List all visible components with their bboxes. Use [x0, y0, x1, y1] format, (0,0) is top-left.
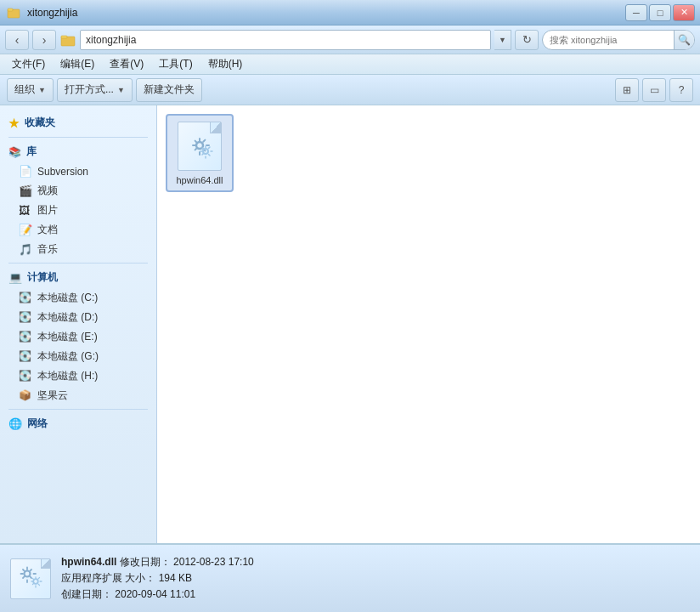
minimize-button[interactable]: ─ [625, 4, 647, 21]
title-bar-left: xitongzhijia [5, 4, 77, 21]
disk-h-icon: 💽 [19, 370, 32, 383]
open-with-button[interactable]: 打开方式... ▼ [57, 78, 133, 102]
search-box: 🔍 [542, 30, 695, 50]
computer-header: 💻 计算机 [0, 267, 156, 288]
status-type: 应用程序扩展 [61, 572, 122, 584]
music-icon: 🎵 [19, 243, 32, 257]
address-dropdown-button[interactable]: ▼ [494, 30, 511, 50]
sidebar: ★ 收藏夹 📚 库 📄 Subversion 🎬 视频 🖼 图片 [0, 105, 157, 543]
file-grid: hpwin64.dll [166, 114, 692, 192]
network-icon: 🌐 [8, 417, 22, 430]
network-header: 🌐 网络 [0, 413, 156, 434]
sidebar-item-music[interactable]: 🎵 音乐 [0, 240, 156, 259]
toolbar: 组织 ▼ 打开方式... ▼ 新建文件夹 ⊞ ▭ ? [0, 75, 700, 105]
menu-bar: 文件(F) 编辑(E) 查看(V) 工具(T) 帮助(H) [0, 54, 700, 75]
file-area[interactable]: hpwin64.dll [157, 105, 700, 543]
library-header: 📚 库 [0, 141, 156, 162]
sidebar-item-disk-h[interactable]: 💽 本地磁盘 (H:) [0, 366, 156, 386]
status-filename: hpwin64.dll [61, 556, 116, 568]
status-file-icon [10, 558, 51, 599]
computer-section: 💻 计算机 💽 本地磁盘 (C:) 💽 本地磁盘 (D:) 💽 本地磁盘 (E:… [0, 267, 156, 405]
title-bar-text: xitongzhijia [27, 7, 77, 19]
address-folder-icon [59, 31, 76, 48]
new-folder-button[interactable]: 新建文件夹 [136, 78, 202, 102]
organize-arrow: ▼ [38, 86, 46, 94]
sidebar-item-disk-e[interactable]: 💽 本地磁盘 (E:) [0, 327, 156, 347]
sidebar-item-image[interactable]: 🖼 图片 [0, 201, 156, 220]
video-icon: 🎬 [19, 184, 32, 198]
sidebar-item-disk-g[interactable]: 💽 本地磁盘 (G:) [0, 347, 156, 366]
network-section: 🌐 网络 [0, 413, 156, 434]
title-folder-icon [5, 4, 22, 21]
main-content: ★ 收藏夹 📚 库 📄 Subversion 🎬 视频 🖼 图片 [0, 105, 700, 544]
address-bar: ‹ › ▼ ↻ 🔍 [0, 26, 700, 54]
status-modified-label-text: 修改日期： [120, 556, 171, 568]
search-button[interactable]: 🔍 [674, 30, 694, 50]
back-button[interactable]: ‹ [5, 30, 29, 50]
sidebar-item-doc[interactable]: 📝 文档 [0, 220, 156, 240]
sidebar-item-subversion[interactable]: 📄 Subversion [0, 162, 156, 181]
disk-c-icon: 💽 [19, 292, 32, 305]
title-bar: xitongzhijia ─ □ ✕ [0, 0, 700, 26]
address-input[interactable] [80, 30, 491, 50]
organize-button[interactable]: 组织 ▼ [7, 78, 54, 102]
file-icon-hpwin64 [174, 121, 225, 172]
dll-file-icon [178, 122, 222, 171]
forward-button[interactable]: › [32, 30, 56, 50]
svg-rect-3 [61, 36, 67, 38]
favorites-section: ★ 收藏夹 [0, 112, 156, 133]
view-options-button[interactable]: ⊞ [615, 78, 639, 102]
status-created-label: 创建日期： [61, 588, 112, 600]
sidebar-item-nuts[interactable]: 📦 坚果云 [0, 386, 156, 405]
svg-point-6 [25, 570, 31, 576]
maximize-button[interactable]: □ [649, 4, 671, 21]
status-bar: hpwin64.dll 修改日期： 2012-08-23 17:10 应用程序扩… [0, 544, 700, 612]
refresh-button[interactable]: ↻ [515, 30, 539, 50]
status-size: 194 KB [159, 572, 192, 584]
svg-rect-1 [8, 8, 13, 11]
open-with-arrow: ▼ [117, 86, 125, 94]
close-button[interactable]: ✕ [673, 4, 695, 21]
status-size-label: 大小： [125, 572, 155, 584]
sidebar-item-disk-c[interactable]: 💽 本地磁盘 (C:) [0, 288, 156, 308]
divider-3 [8, 409, 148, 410]
menu-help[interactable]: 帮助(H) [201, 55, 250, 73]
help-button[interactable]: ? [669, 78, 693, 102]
status-line-3: 创建日期： 2020-09-04 11:01 [61, 587, 254, 602]
title-bar-controls: ─ □ ✕ [625, 4, 695, 21]
status-info: hpwin64.dll 修改日期： 2012-08-23 17:10 应用程序扩… [61, 555, 254, 602]
doc-icon: 📝 [19, 224, 32, 237]
disk-g-icon: 💽 [19, 350, 32, 364]
sidebar-item-disk-d[interactable]: 💽 本地磁盘 (D:) [0, 308, 156, 327]
sidebar-item-video[interactable]: 🎬 视频 [0, 181, 156, 201]
pane-toggle-button[interactable]: ▭ [642, 78, 666, 102]
disk-d-icon: 💽 [19, 311, 32, 325]
menu-file[interactable]: 文件(F) [5, 55, 52, 73]
disk-e-icon: 💽 [19, 331, 32, 344]
computer-icon: 💻 [8, 271, 22, 284]
favorites-header: ★ 收藏夹 [0, 112, 156, 133]
search-input[interactable] [543, 35, 674, 45]
status-modified-date: 2012-08-23 17:10 [173, 556, 254, 568]
menu-edit[interactable]: 编辑(E) [54, 55, 101, 73]
library-section: 📚 库 📄 Subversion 🎬 视频 🖼 图片 📝 文档 🎵 音乐 [0, 141, 156, 259]
menu-view[interactable]: 查看(V) [103, 55, 150, 73]
divider-2 [8, 263, 148, 264]
status-line-1: hpwin64.dll 修改日期： 2012-08-23 17:10 [61, 555, 254, 570]
star-icon: ★ [8, 116, 20, 130]
library-icon: 📚 [8, 146, 21, 158]
subversion-icon: 📄 [19, 165, 32, 178]
menu-tools[interactable]: 工具(T) [152, 55, 199, 73]
image-icon: 🖼 [19, 204, 32, 218]
file-item-hpwin64[interactable]: hpwin64.dll [166, 114, 234, 192]
nuts-icon: 📦 [19, 389, 32, 403]
divider-1 [8, 137, 148, 138]
file-name-hpwin64: hpwin64.dll [176, 175, 223, 185]
status-line-2: 应用程序扩展 大小： 194 KB [61, 571, 254, 586]
status-created-date: 2020-09-04 11:01 [115, 588, 195, 600]
